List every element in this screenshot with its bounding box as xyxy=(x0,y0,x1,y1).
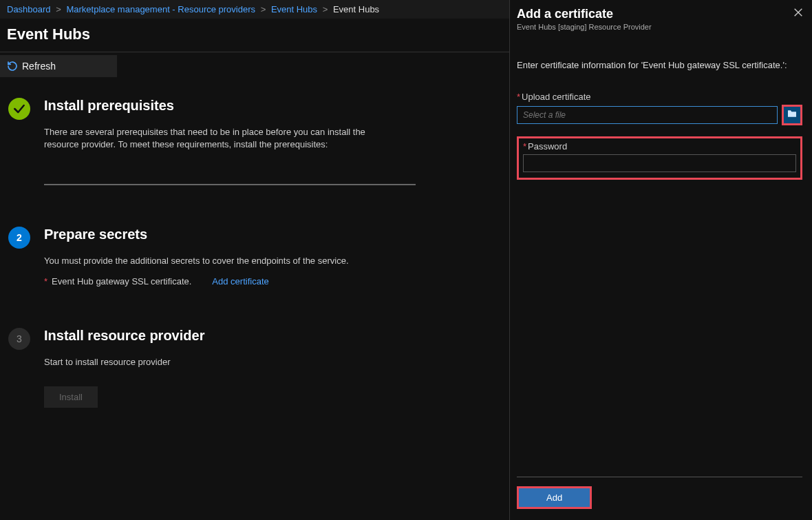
breadcrumb-sep: > xyxy=(56,4,61,14)
steps-list: Install prerequisites There are several … xyxy=(0,77,509,408)
panel-subtitle: Event Hubs [staging] Resource Provider xyxy=(517,23,802,31)
password-label: *Password xyxy=(523,141,796,152)
step-title: Prepare secrets xyxy=(44,227,502,242)
step-description: There are several prerequisites that nee… xyxy=(44,126,402,151)
step-install: 3 Install resource provider Start to ins… xyxy=(8,328,502,408)
check-icon xyxy=(8,98,30,120)
step-title: Install prerequisites xyxy=(44,98,502,114)
install-button[interactable]: Install xyxy=(44,386,98,408)
add-certificate-panel: Add a certificate Event Hubs [staging] R… xyxy=(509,0,812,520)
breadcrumb-sep: > xyxy=(323,4,328,14)
close-icon[interactable] xyxy=(793,7,804,21)
main-panel: Dashboard > Marketplace management - Res… xyxy=(0,0,509,520)
breadcrumb: Dashboard > Marketplace management - Res… xyxy=(0,0,509,19)
breadcrumb-eventhubs[interactable]: Event Hubs xyxy=(271,4,317,14)
step-description: Start to install resource provider xyxy=(44,356,402,368)
breadcrumb-sep: > xyxy=(261,4,266,14)
add-button[interactable]: Add xyxy=(519,488,590,507)
step-prerequisites: Install prerequisites There are several … xyxy=(8,98,502,185)
upload-certificate-input[interactable] xyxy=(517,106,778,124)
step-number-badge: 2 xyxy=(8,227,30,249)
divider xyxy=(0,52,509,52)
refresh-button[interactable]: Refresh xyxy=(0,55,117,77)
refresh-label: Refresh xyxy=(22,61,56,72)
browse-file-button[interactable] xyxy=(782,105,802,125)
breadcrumb-marketplace[interactable]: Marketplace management - Resource provid… xyxy=(66,4,255,14)
upload-certificate-label: *Upload certificate xyxy=(517,92,802,102)
panel-instruction: Enter certificate information for 'Event… xyxy=(517,59,802,72)
panel-title: Add a certificate xyxy=(517,7,802,21)
secret-item-row: *Event Hub gateway SSL certificate. Add … xyxy=(44,276,502,287)
required-star-icon: * xyxy=(44,276,47,287)
step-description: You must provide the additional secrets … xyxy=(44,255,402,267)
password-field-block: *Password xyxy=(517,136,802,180)
panel-divider xyxy=(517,477,802,477)
refresh-icon xyxy=(7,61,18,72)
password-input[interactable] xyxy=(523,154,796,172)
breadcrumb-current: Event Hubs xyxy=(333,4,379,14)
step-title: Install resource provider xyxy=(44,328,502,344)
folder-icon xyxy=(787,108,798,121)
step-number-badge: 3 xyxy=(8,328,30,350)
add-button-highlight: Add xyxy=(517,486,592,509)
add-certificate-link[interactable]: Add certificate xyxy=(212,276,268,287)
required-star-icon: * xyxy=(517,92,520,102)
breadcrumb-dashboard[interactable]: Dashboard xyxy=(7,4,51,14)
secret-item-label: *Event Hub gateway SSL certificate. xyxy=(44,276,191,287)
step-divider xyxy=(44,184,416,185)
step-secrets: 2 Prepare secrets You must provide the a… xyxy=(8,227,502,286)
page-title: Event Hubs xyxy=(0,19,509,52)
required-star-icon: * xyxy=(523,141,526,152)
